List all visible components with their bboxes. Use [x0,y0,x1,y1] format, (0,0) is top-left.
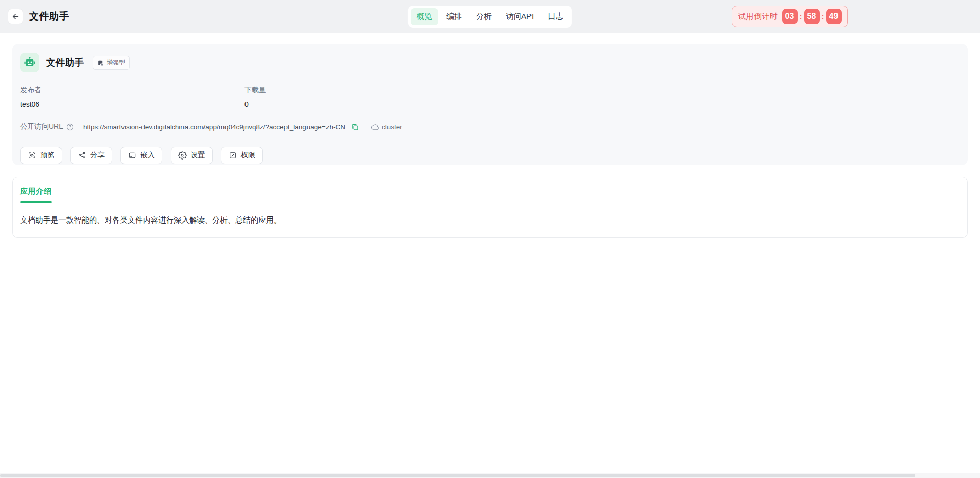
app-action-bar: 预览 分享 嵌入 [20,147,960,164]
share-button-label: 分享 [90,151,105,160]
embed-window-icon [128,151,136,160]
publisher-value: test06 [20,100,244,108]
preview-eye-icon [28,151,36,160]
tab-analysis[interactable]: 分析 [470,8,498,25]
downloads-field: 下载量 0 [244,86,960,108]
public-url-value[interactable]: https://smartvision-dev.digitalchina.com… [83,123,345,131]
settings-gear-icon [178,151,187,160]
share-icon [78,151,86,160]
downloads-label: 下载量 [244,86,960,95]
embed-button[interactable]: 嵌入 [120,147,162,164]
app-card-header: 文件助手 增强型 [20,53,960,72]
preview-button[interactable]: 预览 [20,147,62,164]
trial-countdown-timer: 03 : 58 : 49 [782,9,842,24]
enhanced-type-icon [97,59,104,66]
horizontal-scrollbar-track [0,473,980,478]
settings-button-label: 设置 [191,151,205,160]
permission-button[interactable]: 权限 [221,147,263,164]
page-title: 文件助手 [29,10,69,23]
public-url-label: 公开访问URL [20,122,63,131]
help-circle-icon[interactable] [66,123,74,131]
main-content: 文件助手 增强型 发布者 test06 下载量 0 [0,33,980,238]
permission-icon [229,151,237,160]
cluster-cloud-icon [370,123,379,131]
copy-icon[interactable] [351,123,359,131]
embed-button-label: 嵌入 [140,151,155,160]
active-tab-underline [20,201,52,203]
public-url-row: 公开访问URL https://smartvision-dev.digitalc… [20,122,960,131]
settings-button[interactable]: 设置 [171,147,213,164]
cluster-label: cluster [382,123,402,131]
countdown-separator: : [822,12,824,21]
tab-overview[interactable]: 概览 [411,8,438,25]
robot-icon [24,56,36,69]
arrow-left-icon [11,12,20,21]
tab-app-introduction[interactable]: 应用介绍 [20,187,52,203]
share-button[interactable]: 分享 [70,147,112,164]
app-meta-grid: 发布者 test06 下载量 0 [20,86,960,108]
tab-access-api[interactable]: 访问API [500,8,540,25]
downloads-value: 0 [244,100,960,108]
app-type-badge: 增强型 [93,56,130,70]
app-intro-tab-label: 应用介绍 [20,187,52,196]
avatar [20,53,39,72]
horizontal-scrollbar-thumb[interactable] [0,474,915,477]
app-intro-card: 应用介绍 文档助手是一款智能的、对各类文件内容进行深入解读、分析、总结的应用。 [12,177,968,238]
app-info-card: 文件助手 增强型 发布者 test06 下载量 0 [12,44,968,165]
app-title: 文件助手 [46,56,84,69]
countdown-hours: 03 [782,9,798,24]
trial-countdown-label: 试用倒计时 [738,12,778,22]
publisher-field: 发布者 test06 [20,86,244,108]
tab-logs[interactable]: 日志 [542,8,569,25]
tab-orchestration[interactable]: 编排 [440,8,468,25]
trial-countdown: 试用倒计时 03 : 58 : 49 [732,6,848,27]
app-description: 文档助手是一款智能的、对各类文件内容进行深入解读、分析、总结的应用。 [20,215,960,225]
back-button[interactable] [8,9,23,24]
preview-button-label: 预览 [40,151,54,160]
tab-bar: 概览 编排 分析 访问API 日志 [408,6,572,28]
publisher-label: 发布者 [20,86,244,95]
countdown-minutes: 58 [804,9,820,24]
countdown-separator: : [800,12,802,21]
countdown-seconds: 49 [826,9,842,24]
app-type-badge-label: 增强型 [107,58,125,67]
permission-button-label: 权限 [241,151,255,160]
top-bar: 文件助手 概览 编排 分析 访问API 日志 试用倒计时 03 : 58 : 4… [0,0,980,33]
